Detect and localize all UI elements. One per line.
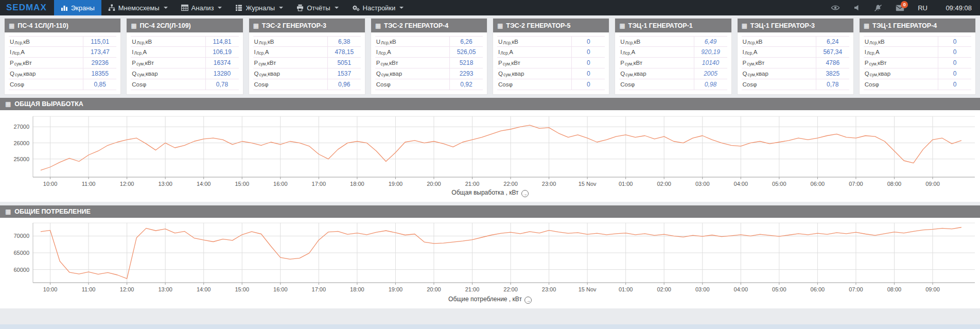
svg-text:02:00: 02:00 <box>657 286 671 292</box>
panel-header[interactable]: ▦ТЭЦ-1 ГЕНЕРАТОР-4 <box>860 19 975 32</box>
panel-header[interactable]: ▦ПС-4 1СЛ(Л-110) <box>5 19 120 32</box>
table-icon: ▦ <box>864 23 869 29</box>
mimic-icon <box>108 4 115 11</box>
svg-text:02:00: 02:00 <box>657 181 671 187</box>
svg-text:17:00: 17:00 <box>312 286 326 292</box>
table-icon: ▦ <box>375 23 381 29</box>
main-menu: Экраны Мнемосхемы Анализ Журналы Отчёты … <box>54 0 411 15</box>
nav-item-mimics[interactable]: Мнемосхемы <box>101 0 174 15</box>
list-icon <box>235 4 242 11</box>
panel-header[interactable]: ▦ТЭЦ-1 ГЕНЕРАТОР-3 <box>738 19 853 32</box>
consumption-chart-footer: Общие потребление , кВт→ <box>0 295 980 308</box>
panel-body: UЛср, кВ0 IЛср, А0 Pсум, кВт0 Qсум, квар… <box>493 32 609 94</box>
section-title: ОБЩАЯ ВЫРАБОТКА <box>14 100 83 108</box>
param-value: 0 <box>938 81 971 88</box>
clock: 09:49:08 <box>941 4 972 12</box>
param-value: 13280 <box>206 70 239 77</box>
svg-text:70000: 70000 <box>13 233 29 239</box>
svg-text:07:00: 07:00 <box>849 286 863 292</box>
chevron-down-icon <box>399 7 404 9</box>
param-value: 0 <box>572 48 605 56</box>
svg-text:19:00: 19:00 <box>389 181 403 187</box>
panel-header[interactable]: ▦ТЭС-2 ГЕНЕРАТОР-3 <box>249 19 365 32</box>
alarm-muted-icon[interactable] <box>874 4 882 12</box>
svg-text:19:00: 19:00 <box>389 286 403 292</box>
param-row-i: IЛср, А0 <box>497 47 605 58</box>
section-header-consumption[interactable]: ▦ ОБЩИЕ ПОТРЕБЛЕНИЕ <box>0 205 980 218</box>
table-icon: ▦ <box>619 23 625 29</box>
language-selector[interactable]: RU <box>918 4 927 12</box>
panel-header[interactable]: ▦ПС-4 2СЛ(Л-109) <box>127 19 242 32</box>
param-row-u: UЛср, кВ6,38 <box>253 36 361 47</box>
svg-text:14:00: 14:00 <box>197 181 211 187</box>
param-row-p: Pсум, кВт4786 <box>742 58 849 68</box>
param-value: 114,81 <box>206 38 239 45</box>
svg-text:15 Nov: 15 Nov <box>579 286 597 292</box>
nav-item-label: Отчёты <box>307 4 330 12</box>
param-value: 0,85 <box>83 81 116 88</box>
panel-tec1-gen4: ▦ТЭЦ-1 ГЕНЕРАТОР-4 UЛср, кВ0 IЛср, А0 Pс… <box>859 18 976 95</box>
param-row-q: Qсум, квар1537 <box>253 68 361 79</box>
param-value: 6,26 <box>450 38 483 45</box>
svg-text:06:00: 06:00 <box>811 181 825 187</box>
printer-icon <box>296 4 304 11</box>
open-chart-icon[interactable]: → <box>521 190 529 197</box>
generation-chart-footer: Общая выработка , кВт→ <box>0 188 980 202</box>
chevron-down-icon <box>218 7 222 9</box>
nav-item-journals[interactable]: Журналы <box>229 0 290 15</box>
param-row-u: UЛср, кВ6,26 <box>375 36 483 47</box>
open-chart-icon[interactable]: → <box>524 297 532 304</box>
panel-title: ТЭС-2 ГЕНЕРАТОР-3 <box>262 22 326 29</box>
speaker-icon[interactable] <box>853 4 861 11</box>
param-value: 1537 <box>328 70 361 77</box>
nav-item-reports[interactable]: Отчёты <box>290 0 345 15</box>
nav-item-analysis[interactable]: Анализ <box>174 0 229 15</box>
panel-body: UЛср, кВ6,24 IЛср, А567,34 Pсум, кВт4786… <box>738 32 853 94</box>
nav-item-label: Анализ <box>191 4 214 12</box>
param-value: 0 <box>938 59 971 66</box>
consumption-chart[interactable]: 60000650007000010:0011:0012:0013:0014:00… <box>0 218 980 295</box>
panel-body: UЛср, кВ115,01 IЛср, А173,47 Pсум, кВт29… <box>5 32 120 94</box>
param-row-cos: Cosφ0,98 <box>619 79 727 90</box>
nav-item-screens[interactable]: Экраны <box>54 0 101 15</box>
param-value: 0,98 <box>694 81 727 88</box>
param-value: 115,01 <box>83 38 116 45</box>
svg-text:23:00: 23:00 <box>542 286 556 292</box>
generation-chart[interactable]: 25000260002700010:0011:0012:0013:0014:00… <box>0 110 980 188</box>
param-row-p: Pсум, кВт0 <box>497 58 605 68</box>
param-row-i: IЛср, А106,19 <box>131 47 238 58</box>
gear-icon <box>352 4 360 11</box>
param-value: 18355 <box>83 70 116 77</box>
param-value: 3825 <box>816 70 849 77</box>
panel-ps4-2sl: ▦ПС-4 2СЛ(Л-109) UЛср, кВ114,81 IЛср, А1… <box>126 18 243 95</box>
svg-text:20:00: 20:00 <box>427 181 441 187</box>
svg-text:04:00: 04:00 <box>734 286 748 292</box>
messages-icon[interactable]: 0 <box>896 5 904 11</box>
section-header-generation[interactable]: ▦ ОБЩАЯ ВЫРАБОТКА <box>0 98 980 110</box>
svg-text:06:00: 06:00 <box>811 286 825 292</box>
param-row-cos: Cosφ0,96 <box>253 79 361 90</box>
svg-text:26000: 26000 <box>13 140 29 146</box>
svg-text:15 Nov: 15 Nov <box>579 181 597 187</box>
app-logo[interactable]: SEDMAX <box>0 0 54 15</box>
svg-text:17:00: 17:00 <box>312 181 326 187</box>
svg-text:65000: 65000 <box>13 250 29 256</box>
svg-text:23:00: 23:00 <box>542 181 556 187</box>
param-row-cos: Cosφ0,78 <box>131 79 238 90</box>
nav-item-settings[interactable]: Настройки <box>345 0 411 15</box>
panel-header[interactable]: ▦ТЭЦ-1 ГЕНЕРАТОР-1 <box>615 19 731 32</box>
panel-header[interactable]: ▦ТЭС-2 ГЕНЕРАТОР-5 <box>493 19 609 32</box>
svg-text:12:00: 12:00 <box>120 181 134 187</box>
top-navbar: SEDMAX Экраны Мнемосхемы Анализ Журналы … <box>0 0 980 15</box>
section-title: ОБЩИЕ ПОТРЕБЛЕНИЕ <box>14 208 90 215</box>
param-row-i: IЛср, А526,05 <box>375 47 483 58</box>
panel-body: UЛср, кВ0 IЛср, А0 Pсум, кВт0 Qсум, квар… <box>860 32 975 94</box>
horizontal-scrollbar[interactable] <box>0 324 980 329</box>
param-value: 0 <box>938 38 971 45</box>
eye-icon[interactable] <box>831 4 840 11</box>
svg-text:13:00: 13:00 <box>158 181 172 187</box>
panel-header[interactable]: ▦ТЭС-2 ГЕНЕРАТОР-4 <box>371 19 487 32</box>
param-row-p: Pсум, кВт5218 <box>375 58 483 68</box>
panel-body: UЛср, кВ6,38 IЛср, А478,15 Pсум, кВт5051… <box>249 32 365 94</box>
svg-text:21:00: 21:00 <box>465 181 480 187</box>
